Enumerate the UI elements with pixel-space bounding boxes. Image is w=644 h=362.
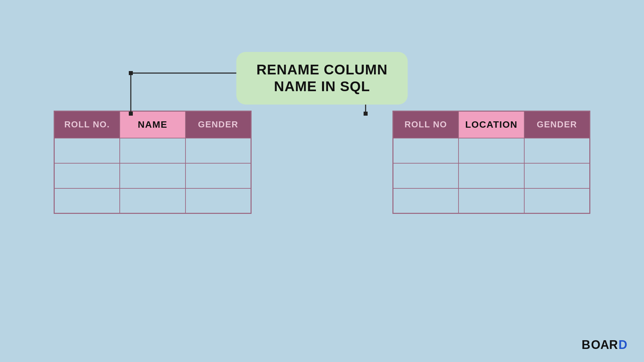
title-bubble: RENAME COLUMN NAME IN SQL xyxy=(236,52,408,105)
title-line2: NAME IN SQL xyxy=(274,78,370,94)
logo-text-blue: D xyxy=(619,338,627,352)
left-col-1-header: ROLL NO. xyxy=(54,111,120,138)
left-cell xyxy=(54,138,120,163)
left-col-2-header: NAME xyxy=(120,111,185,138)
right-cell xyxy=(524,163,590,188)
table-row xyxy=(393,138,590,163)
title-text: RENAME COLUMN NAME IN SQL xyxy=(257,61,388,95)
right-col-1-header: ROLL NO xyxy=(393,111,459,138)
table-row xyxy=(54,163,251,188)
left-cell xyxy=(120,138,185,163)
board-logo: B OAR D xyxy=(582,338,627,352)
table-row xyxy=(393,163,590,188)
right-col-3-header: GENDER xyxy=(524,111,590,138)
left-cell xyxy=(185,163,251,188)
right-cell xyxy=(524,188,590,214)
right-cell xyxy=(393,163,459,188)
left-cell xyxy=(54,188,120,214)
title-line1: RENAME COLUMN xyxy=(257,62,388,77)
left-cell xyxy=(120,163,185,188)
right-cell xyxy=(459,188,524,214)
left-cell xyxy=(185,138,251,163)
logo-text-black: B xyxy=(582,338,590,352)
right-cell xyxy=(459,163,524,188)
right-cell xyxy=(393,138,459,163)
right-table: ROLL NO LOCATION GENDER xyxy=(392,111,590,214)
left-table: ROLL NO. NAME GENDER xyxy=(54,111,252,214)
table-row xyxy=(393,188,590,214)
left-col-3-header: GENDER xyxy=(185,111,251,138)
left-cell xyxy=(120,188,185,214)
svg-rect-4 xyxy=(129,71,133,75)
logo-text-oar: OAR xyxy=(591,338,618,352)
right-cell xyxy=(393,188,459,214)
right-cell xyxy=(459,138,524,163)
right-col-2-header: LOCATION xyxy=(459,111,524,138)
table-row xyxy=(54,138,251,163)
left-cell xyxy=(185,188,251,214)
main-container: RENAME COLUMN NAME IN SQL ROLL NO. xyxy=(0,0,644,362)
right-cell xyxy=(524,138,590,163)
tables-row: ROLL NO. NAME GENDER xyxy=(54,111,590,214)
table-row xyxy=(54,188,251,214)
left-cell xyxy=(54,163,120,188)
